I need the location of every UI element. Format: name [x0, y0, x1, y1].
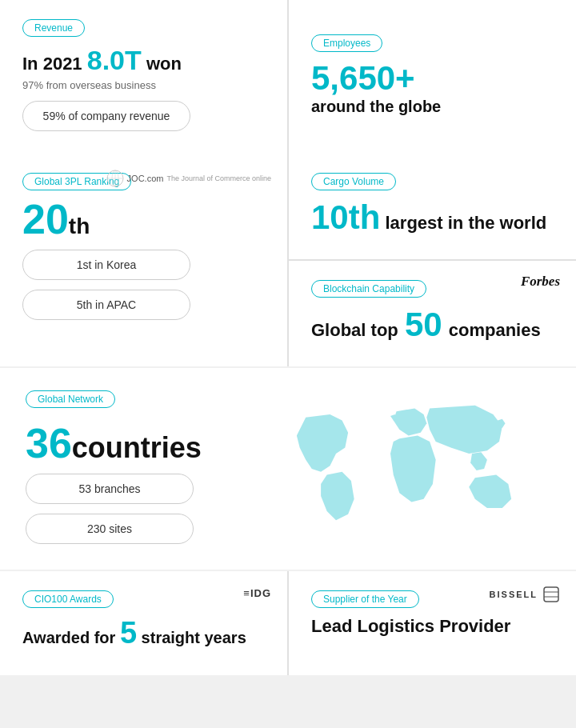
cargo-card: Cargo Volume 10th largest in the world — [289, 154, 576, 259]
svg-rect-4 — [544, 587, 558, 602]
cio-badge: CIO100 Awards — [22, 590, 265, 616]
bissell-icon — [542, 586, 560, 603]
cargo-rank: 10th — [311, 198, 380, 236]
network-count: 36countries — [26, 422, 262, 464]
cargo-text: largest in the world — [385, 213, 546, 233]
idg-text: ≡IDG — [243, 587, 271, 599]
ranking-pill1: 1st in Korea — [22, 250, 190, 280]
revenue-prefix: In 2021 — [22, 54, 82, 74]
network-pill1: 53 branches — [26, 474, 194, 504]
idg-logo: ≡IDG — [243, 586, 271, 600]
employees-number: 5,650+ — [311, 60, 415, 97]
ranking-rank: 20 th — [22, 198, 265, 240]
ranking-pill2: 5th in APAC — [22, 290, 190, 320]
joc-logo: JOC.com The Journal of Commerce online — [106, 170, 271, 187]
rank-number: 20 — [22, 198, 69, 240]
cio-prefix: Awarded for — [22, 629, 115, 646]
network-content: Global Network 36countries 53 branches 2… — [26, 390, 262, 544]
cio-card: ≡IDG CIO100 Awards Awarded for 5 straigh… — [0, 571, 287, 675]
employees-badge: Employees — [311, 34, 382, 60]
network-number: 36 — [26, 420, 72, 466]
supplier-lead: Lead Logistics Provider — [311, 616, 554, 637]
right-column: Cargo Volume 10th largest in the world F… — [289, 154, 576, 366]
blockchain-main: Global top 50 companies — [311, 306, 554, 344]
revenue-badge: Revenue — [22, 19, 265, 45]
network-card: Global Network 36countries 53 branches 2… — [0, 368, 576, 570]
blockchain-badge: Blockchain Capability — [311, 280, 554, 306]
bissell-text: BISSELL — [490, 590, 538, 599]
network-badge: Global Network — [26, 390, 115, 408]
employees-around: around the globe — [311, 98, 441, 116]
revenue-sub: 97% from overseas business — [22, 79, 265, 91]
forbes-logo: Forbes — [521, 274, 560, 290]
blockchain-suffix: companies — [449, 320, 541, 340]
blockchain-prefix: Global top — [311, 320, 398, 340]
revenue-amount: 8.0T — [87, 45, 142, 75]
network-suffix: countries — [72, 431, 202, 464]
blockchain-card: Forbes Blockchain Capability Global top … — [289, 261, 576, 366]
revenue-card: Revenue In 2021 8.0T won 97% from overse… — [0, 0, 287, 154]
network-pill2: 230 sites — [26, 514, 194, 544]
rank-suffix: th — [69, 214, 90, 239]
world-map — [259, 368, 576, 570]
revenue-suffix: won — [146, 54, 182, 74]
cargo-main: 10th largest in the world — [311, 198, 554, 237]
cargo-badge: Cargo Volume — [311, 173, 554, 198]
world-map-svg — [282, 389, 554, 549]
revenue-pill: 59% of company revenue — [22, 101, 190, 131]
joc-text: JOC.com — [127, 174, 164, 183]
employees-card: Employees 5,650+ around the globe — [289, 0, 576, 154]
revenue-main: In 2021 8.0T won — [22, 45, 265, 76]
supplier-card: BISSELL Supplier of the Year Lead Logist… — [289, 571, 576, 675]
bissell-logo: BISSELL — [490, 586, 560, 603]
cio-number: 5 — [120, 616, 137, 650]
ranking-card: JOC.com The Journal of Commerce online G… — [0, 154, 287, 366]
blockchain-number: 50 — [405, 306, 442, 343]
joc-icon — [106, 170, 124, 187]
cio-suffix: straight years — [142, 629, 246, 646]
cio-main: Awarded for 5 straight years — [22, 616, 265, 650]
